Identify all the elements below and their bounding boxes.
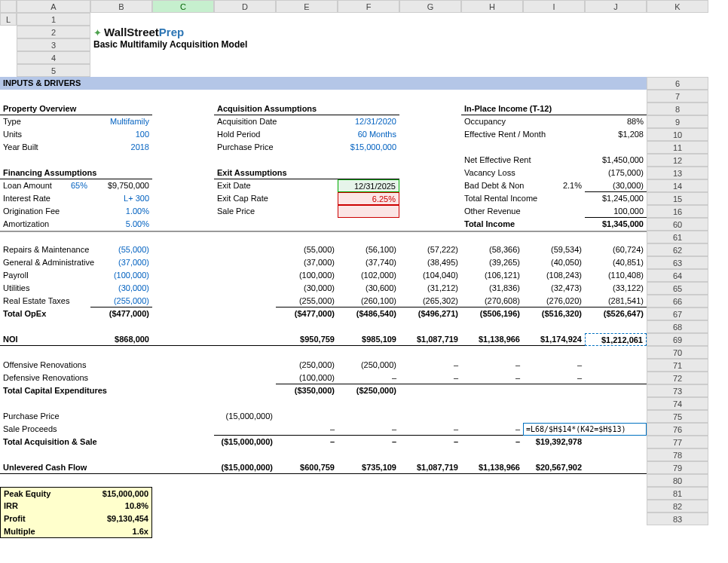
row-header-11[interactable]: 11 — [647, 141, 708, 154]
brand-logo: ✦ WallStreetPrep — [90, 26, 276, 38]
effective-rent-value[interactable]: $1,208 — [585, 128, 647, 141]
opex-d[interactable]: (100,000) — [90, 269, 152, 282]
row-header-10[interactable]: 10 — [647, 128, 708, 141]
row-header-2[interactable]: 2 — [17, 26, 90, 38]
noi-l[interactable]: $1,212,061 — [585, 333, 647, 346]
row-header-80[interactable]: 80 — [647, 474, 708, 487]
loan-amount-pct[interactable]: 65% — [17, 179, 90, 192]
interest-rate-value[interactable]: L+ 300 — [90, 192, 152, 205]
purchase-price-value[interactable]: $15,000,000 — [338, 141, 399, 154]
row-header-63[interactable]: 63 — [647, 256, 708, 269]
row-header-72[interactable]: 72 — [647, 372, 708, 384]
col-header-H[interactable]: H — [461, 0, 523, 13]
row-header-4[interactable]: 4 — [17, 51, 90, 64]
row-header-13[interactable]: 13 — [647, 167, 708, 179]
opex-d[interactable]: (55,000) — [90, 243, 152, 256]
row-header-73[interactable]: 73 — [647, 384, 708, 397]
units-value[interactable]: 100 — [90, 128, 152, 141]
row-header-65[interactable]: 65 — [647, 282, 708, 295]
taq-h: – — [338, 436, 399, 448]
page-subtitle: Basic Multifamily Acquisition Model — [90, 38, 399, 51]
noi-k: $1,174,924 — [523, 333, 585, 346]
multiple-value: 1.6x — [90, 525, 152, 538]
occupancy-value[interactable]: 88% — [585, 115, 647, 128]
row-header-8[interactable]: 8 — [647, 103, 708, 115]
property-type-label: Type — [0, 115, 17, 128]
opex-h: (30,600) — [338, 282, 399, 295]
total-income-label: Total Income — [461, 218, 585, 231]
col-header-D[interactable]: D — [214, 0, 276, 13]
col-header-E[interactable]: E — [276, 0, 338, 13]
row-header-79[interactable]: 79 — [647, 461, 708, 474]
origination-fee-label: Origination Fee — [0, 205, 17, 218]
opex-l: (33,122) — [585, 282, 647, 295]
taq-k: $19,392,978 — [523, 436, 585, 448]
offensive-i: – — [399, 359, 461, 372]
row-header-9[interactable]: 9 — [647, 115, 708, 128]
row-header-69[interactable]: 69 — [647, 333, 708, 346]
occupancy-label: Occupancy — [461, 115, 523, 128]
exit-cap-rate-value[interactable]: 6.25% — [338, 192, 399, 205]
opex-row-label: Utilities — [0, 282, 90, 295]
opex-row-label: Payroll — [0, 269, 90, 282]
opex-h: (37,740) — [338, 256, 399, 269]
row-header-81[interactable]: 81 — [647, 487, 708, 500]
opex-d[interactable]: (255,000) — [90, 295, 152, 308]
exit-date-value[interactable]: 12/31/2025 — [338, 179, 399, 192]
row-header-75[interactable]: 75 — [647, 410, 708, 423]
units-label: Units — [0, 128, 17, 141]
row-header-16[interactable]: 16 — [647, 205, 708, 218]
row-header-7[interactable]: 7 — [647, 90, 708, 103]
row-header-67[interactable]: 67 — [647, 308, 708, 320]
row-header-74[interactable]: 74 — [647, 397, 708, 410]
year-built-value[interactable]: 2018 — [90, 141, 152, 154]
row-header-1[interactable]: 1 — [17, 13, 90, 26]
total-rental-income-value: $1,245,000 — [585, 192, 647, 205]
multiple-label: Multiple — [0, 525, 90, 538]
row-header-66[interactable]: 66 — [647, 295, 708, 308]
row-header-83[interactable]: 83 — [647, 513, 708, 525]
amortization-value[interactable]: 5.00% — [90, 218, 152, 231]
col-header-B[interactable]: B — [90, 0, 152, 13]
col-header-F[interactable]: F — [338, 0, 399, 13]
col-header-I[interactable]: I — [523, 0, 585, 13]
row-header-77[interactable]: 77 — [647, 436, 708, 448]
col-header-J[interactable]: J — [585, 0, 647, 13]
row-header-14[interactable]: 14 — [647, 179, 708, 192]
row-header-3[interactable]: 3 — [17, 38, 90, 51]
hold-period-value[interactable]: 60 Months — [338, 128, 399, 141]
row-header-64[interactable]: 64 — [647, 269, 708, 282]
col-header-L[interactable]: L — [0, 13, 17, 26]
defensive-renovations-label: Defensive Renovations — [0, 372, 90, 384]
property-overview-header: Property Overview — [0, 103, 152, 115]
col-header-K[interactable]: K — [647, 0, 708, 13]
row-header-5[interactable]: 5 — [17, 64, 90, 77]
sale-price-label: Sale Price — [214, 205, 276, 218]
opex-d[interactable]: (37,000) — [90, 256, 152, 269]
property-type-value[interactable]: Multifamily — [90, 115, 152, 128]
total-capex-label: Total Capital Expenditures — [0, 384, 152, 397]
row-header-61[interactable]: 61 — [647, 231, 708, 243]
formula-cell[interactable]: =L68/$H$14*(K42=$H$13) — [523, 423, 647, 436]
opex-d[interactable]: (30,000) — [90, 282, 152, 295]
row-header-60[interactable]: 60 — [647, 218, 708, 231]
row-header-6[interactable]: 6 — [647, 77, 708, 90]
acquisition-date-value[interactable]: 12/31/2020 — [338, 115, 399, 128]
row-header-76[interactable]: 76 — [647, 423, 708, 436]
col-header-A[interactable]: A — [17, 0, 90, 13]
col-header-G[interactable]: G — [399, 0, 461, 13]
row-header-68[interactable]: 68 — [647, 320, 708, 333]
row-header-70[interactable]: 70 — [647, 346, 708, 359]
peak-equity-label: Peak Equity — [0, 487, 90, 500]
origination-fee-value[interactable]: 1.00% — [90, 205, 152, 218]
sale-price-cell[interactable] — [338, 205, 399, 218]
row-header-82[interactable]: 82 — [647, 500, 708, 513]
row-header-78[interactable]: 78 — [647, 448, 708, 461]
year-built-label: Year Built — [0, 141, 17, 154]
row-header-71[interactable]: 71 — [647, 359, 708, 372]
row-header-12[interactable]: 12 — [647, 154, 708, 167]
defensive-i: – — [399, 372, 461, 384]
row-header-15[interactable]: 15 — [647, 192, 708, 205]
row-header-62[interactable]: 62 — [647, 243, 708, 256]
col-header-C[interactable]: C — [152, 0, 214, 13]
